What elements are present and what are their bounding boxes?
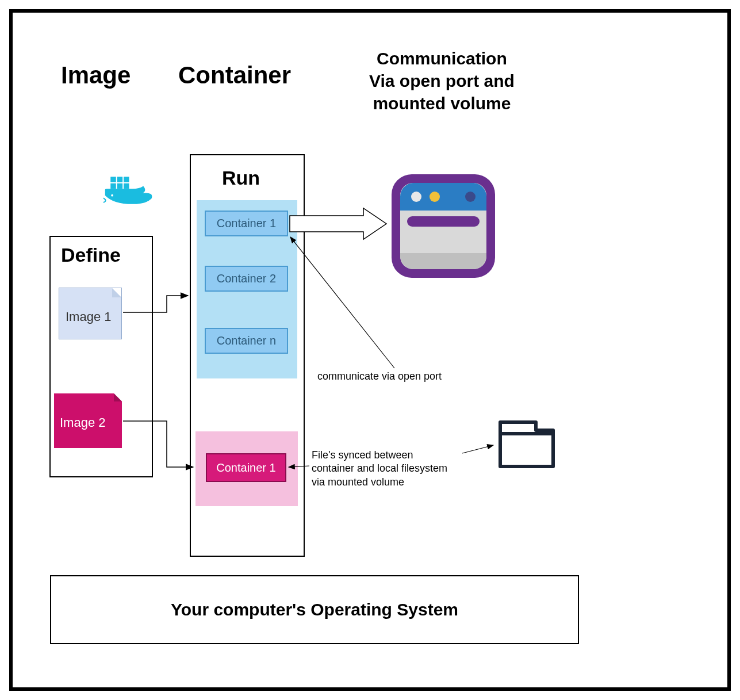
heading-container: Container [178,62,291,89]
open-port-label: Open port [329,219,362,228]
image2-label: Image 2 [60,415,106,430]
docker-whale-icon [102,171,157,212]
container-n-box: Container n [205,328,288,354]
svg-rect-0 [110,183,116,189]
svg-rect-12 [407,216,480,227]
svg-rect-4 [124,177,129,182]
pink-container1-box: Container 1 [206,453,286,482]
svg-rect-3 [117,177,123,182]
svg-rect-1 [117,183,123,189]
svg-point-11 [465,192,476,202]
svg-point-6 [111,194,113,197]
svg-rect-5 [110,177,116,182]
svg-line-15 [290,237,394,368]
container2-box: Container 2 [205,266,288,292]
define-title: Define [61,244,121,266]
heading-image: Image [61,62,131,89]
run-title: Run [222,167,260,189]
svg-rect-2 [124,183,129,189]
svg-point-9 [411,192,421,202]
svg-line-17 [462,445,493,453]
app-window-icon [389,171,498,281]
svg-point-10 [430,192,440,202]
filesync-annotation: File's synced between container and loca… [312,449,447,489]
os-box: Your computer's Operating System [50,575,579,644]
heading-communication: Communication Via open port and mounted … [369,47,515,114]
communicate-annotation: communicate via open port [317,370,442,383]
diagram-frame: Image Container Communication Via open p… [9,9,731,691]
folder-icon [496,418,559,472]
image1-label: Image 1 [66,309,112,324]
container1-box: Container 1 [205,211,288,236]
os-label: Your computer's Operating System [171,600,458,619]
